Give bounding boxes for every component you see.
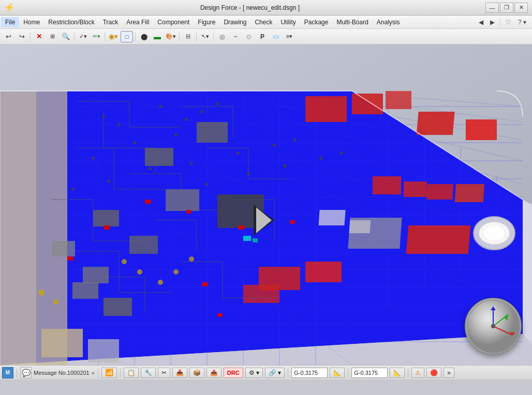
svg-point-80: [92, 157, 95, 160]
settings-btn[interactable]: 🔧: [141, 368, 156, 378]
status-bar: M 💬 Message No.1000201 » 📶 📋 🔧 ✂ 📥 📦 📤 D…: [0, 365, 532, 379]
status-sep-3: [120, 368, 121, 377]
close-button[interactable]: ✕: [514, 3, 528, 13]
menu-item-component[interactable]: Component: [153, 17, 194, 27]
help-btn[interactable]: ? ▾: [515, 18, 529, 27]
menu-item-drawing[interactable]: Drawing: [219, 17, 250, 27]
svg-point-74: [159, 105, 162, 108]
restore-button[interactable]: ❐: [500, 3, 513, 13]
svg-rect-66: [72, 282, 98, 299]
svg-point-92: [340, 151, 343, 155]
circle-gray-button[interactable]: ⊙: [243, 31, 255, 42]
coord-icon-2[interactable]: 📐: [390, 368, 405, 378]
svg-rect-43: [352, 94, 383, 114]
edit-mode-button[interactable]: ✏▾: [90, 31, 102, 42]
color-button[interactable]: 🎨▾: [165, 31, 177, 42]
grid-button[interactable]: ⊞: [46, 31, 58, 42]
compass-widget[interactable]: [465, 298, 522, 355]
toolbar-sep-3: [105, 32, 105, 41]
cut-btn[interactable]: ✂: [158, 368, 170, 378]
svg-point-79: [174, 133, 178, 136]
menu-item-utility[interactable]: Utility: [276, 17, 300, 27]
select-mode-button[interactable]: ✓▾: [77, 31, 89, 42]
shape-button[interactable]: ◉▾: [107, 31, 120, 42]
nav-left-btn[interactable]: ◀: [476, 18, 486, 27]
rect-button[interactable]: □: [121, 31, 133, 42]
svg-point-123: [491, 324, 495, 328]
toolbar-sep-1: [30, 32, 31, 41]
status-mode-icon[interactable]: M: [2, 367, 13, 378]
menu-item-figure[interactable]: Figure: [194, 17, 219, 27]
svg-rect-48: [404, 181, 427, 197]
svg-rect-68: [88, 339, 119, 362]
svg-rect-107: [217, 313, 223, 317]
coord-dropdown-2[interactable]: G-0.3175: [351, 368, 388, 378]
menu-item-analysis[interactable]: Analysis: [373, 17, 404, 27]
svg-rect-42: [305, 96, 347, 122]
menu-item-home[interactable]: Home: [19, 17, 44, 27]
svg-rect-59: [145, 148, 173, 166]
rect2-button[interactable]: ▭: [270, 31, 282, 42]
svg-rect-100: [145, 200, 151, 204]
svg-rect-108: [243, 236, 251, 241]
redo-button[interactable]: ↪: [16, 31, 28, 42]
message-icon: 💬: [20, 367, 32, 378]
package-btn[interactable]: 📦: [189, 368, 204, 378]
svg-point-97: [158, 280, 163, 285]
menu-item-restriction[interactable]: Restriction/Block: [44, 17, 98, 27]
menu-item-areafill[interactable]: Area Fill: [122, 17, 153, 27]
clipboard-btn[interactable]: 📋: [124, 368, 139, 378]
minimize-button[interactable]: —: [485, 3, 499, 13]
favorite-btn[interactable]: ♡: [503, 18, 514, 27]
settings2-btn[interactable]: ⚙ ▾: [245, 368, 263, 378]
nav-more-btn[interactable]: »: [444, 368, 454, 378]
menu-item-track[interactable]: Track: [99, 17, 123, 27]
coord-icon-1[interactable]: 📐: [330, 368, 345, 378]
toolbar-sep-7: [213, 32, 214, 41]
svg-rect-109: [253, 238, 258, 242]
export-btn[interactable]: 📤: [206, 368, 221, 378]
link-btn[interactable]: 🔗 ▾: [265, 368, 285, 378]
array-button[interactable]: ⊟: [182, 31, 194, 42]
menu-item-multiboard[interactable]: Multi-Board: [332, 17, 372, 27]
svg-marker-57: [36, 91, 67, 365]
pad-button[interactable]: P: [256, 31, 269, 42]
pcb-canvas: [0, 44, 532, 365]
svg-rect-63: [83, 267, 109, 283]
import-btn[interactable]: 📥: [172, 368, 187, 378]
pointer-button[interactable]: ↖▾: [199, 31, 211, 42]
menu-bar: File Home Restriction/Block Track Area F…: [0, 16, 532, 29]
status-sep-6: [408, 368, 408, 377]
nav-right-btn[interactable]: ▶: [487, 18, 497, 27]
undo-button[interactable]: ↩: [2, 31, 14, 42]
app-icon: ⚡: [4, 3, 14, 12]
error-btn[interactable]: 🔴: [426, 368, 441, 378]
menu-item-package[interactable]: Package: [300, 17, 333, 27]
drc-btn[interactable]: DRC: [224, 368, 243, 378]
via-button[interactable]: ◎: [216, 31, 228, 42]
cancel-button[interactable]: ✕: [33, 31, 45, 42]
toolbar: ↩ ↪ ✕ ⊞ 🔍 ✓▾ ✏▾ ◉▾ □ ⬤ ▬ 🎨▾ ⊟ ↖▾ ◎ ~ ⊙ P…: [0, 29, 532, 44]
svg-point-85: [293, 139, 297, 142]
copper-button[interactable]: ⬤: [138, 31, 150, 42]
coord-dropdown-1[interactable]: G-0.3175: [291, 368, 328, 378]
svg-point-98: [173, 269, 179, 275]
svg-rect-44: [386, 91, 411, 109]
wifi-btn[interactable]: 📶: [101, 368, 117, 378]
wave-button[interactable]: ~: [229, 31, 242, 42]
more-button[interactable]: ≡▾: [283, 31, 295, 42]
svg-point-99: [189, 256, 194, 262]
svg-rect-103: [238, 225, 244, 230]
svg-point-86: [71, 188, 74, 191]
svg-point-72: [102, 115, 105, 118]
svg-point-81: [149, 167, 152, 170]
menu-item-check[interactable]: Check: [250, 17, 276, 27]
main-pcb-area[interactable]: [0, 44, 532, 365]
svg-rect-46: [466, 119, 497, 140]
toolbar-sep-5: [179, 32, 180, 41]
menu-item-file[interactable]: File: [1, 17, 19, 27]
warning-btn[interactable]: ⚠: [411, 368, 424, 378]
zoom-button[interactable]: 🔍: [60, 31, 72, 42]
message-arrow[interactable]: »: [92, 370, 95, 376]
line-green-button[interactable]: ▬: [151, 31, 164, 42]
